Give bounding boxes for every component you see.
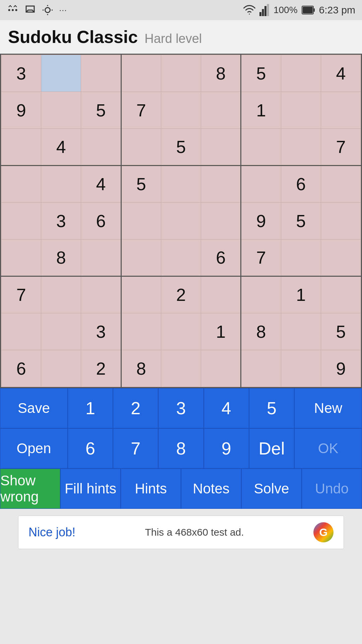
- cell-0-3[interactable]: [121, 55, 161, 92]
- cell-1-4[interactable]: [161, 92, 201, 129]
- cell-2-8[interactable]: 7: [321, 129, 361, 166]
- cell-7-1[interactable]: [41, 313, 81, 350]
- cell-6-6[interactable]: [241, 276, 281, 313]
- cell-8-0[interactable]: 6: [1, 350, 41, 387]
- cell-7-5[interactable]: 1: [201, 313, 241, 350]
- del-button[interactable]: Del: [249, 428, 294, 469]
- cell-3-4[interactable]: [161, 166, 201, 203]
- solve-button[interactable]: Solve: [241, 469, 302, 509]
- cell-8-2[interactable]: 2: [81, 350, 121, 387]
- cell-4-1[interactable]: 3: [41, 203, 81, 239]
- cell-4-4[interactable]: [161, 203, 201, 239]
- ok-button[interactable]: OK: [294, 428, 362, 469]
- cell-7-3[interactable]: [121, 313, 161, 350]
- cell-8-1[interactable]: [41, 350, 81, 387]
- cell-5-8[interactable]: [321, 239, 361, 276]
- cell-6-4[interactable]: 2: [161, 276, 201, 313]
- cell-3-2[interactable]: 4: [81, 166, 121, 203]
- cell-0-5[interactable]: 8: [201, 55, 241, 92]
- cell-6-2[interactable]: [81, 276, 121, 313]
- cell-2-3[interactable]: [121, 129, 161, 166]
- cell-5-0[interactable]: [1, 239, 41, 276]
- cell-0-0[interactable]: 3: [1, 55, 41, 92]
- cell-4-8[interactable]: [321, 203, 361, 239]
- cell-3-5[interactable]: [201, 166, 241, 203]
- hints-button[interactable]: Hints: [121, 469, 181, 509]
- cell-5-7[interactable]: [281, 239, 321, 276]
- cell-4-0[interactable]: [1, 203, 41, 239]
- cell-2-7[interactable]: [281, 129, 321, 166]
- sudoku-grid[interactable]: 38549571457456369586772131856289: [1, 55, 361, 387]
- cell-0-2[interactable]: [81, 55, 121, 92]
- cell-7-4[interactable]: [161, 313, 201, 350]
- cell-5-3[interactable]: [121, 239, 161, 276]
- cell-5-6[interactable]: 7: [241, 239, 281, 276]
- cell-1-6[interactable]: 1: [241, 92, 281, 129]
- cell-1-2[interactable]: 5: [81, 92, 121, 129]
- cell-2-5[interactable]: [201, 129, 241, 166]
- cell-0-6[interactable]: 5: [241, 55, 281, 92]
- cell-7-8[interactable]: 5: [321, 313, 361, 350]
- cell-4-3[interactable]: [121, 203, 161, 239]
- num1-button[interactable]: 1: [68, 388, 113, 428]
- cell-7-0[interactable]: [1, 313, 41, 350]
- num8-button[interactable]: 8: [158, 428, 203, 469]
- num5-button[interactable]: 5: [249, 388, 294, 428]
- cell-2-2[interactable]: [81, 129, 121, 166]
- cell-0-1[interactable]: [41, 55, 81, 92]
- cell-5-5[interactable]: 6: [201, 239, 241, 276]
- num3-button[interactable]: 3: [158, 388, 203, 428]
- fill-hints-button[interactable]: Fill hints: [60, 469, 121, 509]
- num9-button[interactable]: 9: [204, 428, 249, 469]
- cell-2-0[interactable]: [1, 129, 41, 166]
- cell-1-3[interactable]: 7: [121, 92, 161, 129]
- cell-1-8[interactable]: [321, 92, 361, 129]
- cell-3-0[interactable]: [1, 166, 41, 203]
- num6-button[interactable]: 6: [68, 428, 113, 469]
- cell-1-5[interactable]: [201, 92, 241, 129]
- num4-button[interactable]: 4: [204, 388, 249, 428]
- cell-3-7[interactable]: 6: [281, 166, 321, 203]
- num2-button[interactable]: 2: [113, 388, 158, 428]
- cell-6-5[interactable]: [201, 276, 241, 313]
- cell-3-1[interactable]: [41, 166, 81, 203]
- cell-2-6[interactable]: [241, 129, 281, 166]
- cell-7-6[interactable]: 8: [241, 313, 281, 350]
- cell-8-8[interactable]: 9: [321, 350, 361, 387]
- cell-8-4[interactable]: [161, 350, 201, 387]
- undo-button[interactable]: Undo: [302, 469, 362, 509]
- cell-8-6[interactable]: [241, 350, 281, 387]
- cell-0-4[interactable]: [161, 55, 201, 92]
- notes-button[interactable]: Notes: [181, 469, 241, 509]
- cell-3-3[interactable]: 5: [121, 166, 161, 203]
- cell-4-7[interactable]: 5: [281, 203, 321, 239]
- cell-1-7[interactable]: [281, 92, 321, 129]
- num7-button[interactable]: 7: [113, 428, 158, 469]
- cell-5-2[interactable]: [81, 239, 121, 276]
- cell-7-2[interactable]: 3: [81, 313, 121, 350]
- cell-8-7[interactable]: [281, 350, 321, 387]
- cell-6-0[interactable]: 7: [1, 276, 41, 313]
- cell-2-1[interactable]: 4: [41, 129, 81, 166]
- cell-5-1[interactable]: 8: [41, 239, 81, 276]
- cell-1-1[interactable]: [41, 92, 81, 129]
- cell-3-8[interactable]: [321, 166, 361, 203]
- cell-7-7[interactable]: [281, 313, 321, 350]
- cell-6-7[interactable]: 1: [281, 276, 321, 313]
- cell-6-1[interactable]: [41, 276, 81, 313]
- show-wrong-button[interactable]: Show wrong: [0, 469, 60, 509]
- cell-3-6[interactable]: [241, 166, 281, 203]
- open-button[interactable]: Open: [0, 428, 68, 469]
- save-button[interactable]: Save: [0, 388, 68, 428]
- cell-5-4[interactable]: [161, 239, 201, 276]
- cell-8-3[interactable]: 8: [121, 350, 161, 387]
- cell-4-5[interactable]: [201, 203, 241, 239]
- cell-4-2[interactable]: 6: [81, 203, 121, 239]
- cell-6-3[interactable]: [121, 276, 161, 313]
- cell-0-8[interactable]: 4: [321, 55, 361, 92]
- cell-8-5[interactable]: [201, 350, 241, 387]
- cell-2-4[interactable]: 5: [161, 129, 201, 166]
- new-button[interactable]: New: [294, 388, 362, 428]
- cell-6-8[interactable]: [321, 276, 361, 313]
- cell-0-7[interactable]: [281, 55, 321, 92]
